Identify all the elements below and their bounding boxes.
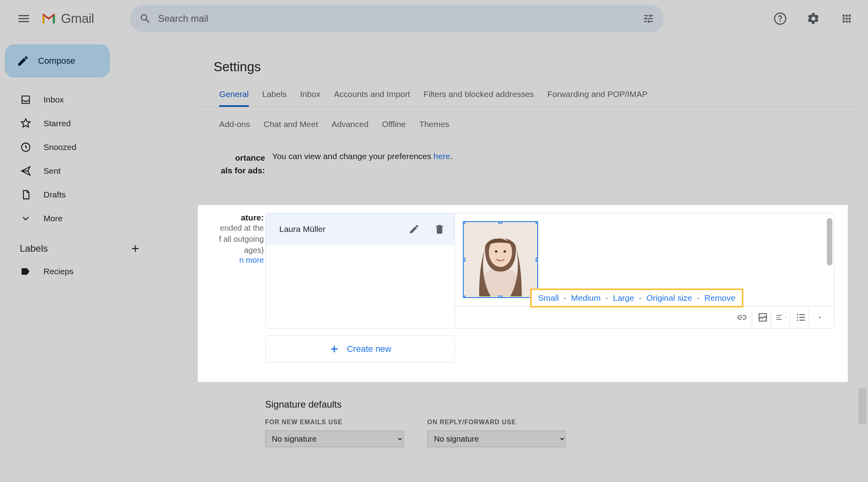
settings-panel: Settings General Labels Inbox Accounts a… [198, 47, 856, 177]
tab-labels[interactable]: Labels [262, 83, 287, 106]
search-icon [139, 13, 151, 25]
resize-handle[interactable] [498, 221, 502, 224]
sidebar-item-inbox[interactable]: Inbox [5, 88, 150, 112]
link-icon [736, 312, 747, 323]
caret-down-icon [785, 315, 788, 320]
resize-handle[interactable] [463, 296, 465, 298]
align-button[interactable] [771, 309, 788, 326]
sidebar-label-item[interactable]: Recieps [5, 260, 150, 283]
size-remove-link[interactable]: Remove [704, 293, 735, 303]
gear-icon [807, 12, 820, 25]
signature-list-item[interactable]: Laura Müller [266, 213, 455, 245]
nav-label: Drafts [44, 190, 66, 199]
file-icon [20, 189, 32, 201]
align-icon [775, 312, 783, 323]
defaults-reply-col: ON REPLY/FORWARD USE No signature [427, 419, 566, 447]
gmail-logo[interactable]: Gmail [40, 10, 94, 27]
resize-handle[interactable] [498, 296, 502, 298]
signature-item-actions [406, 221, 447, 237]
header-actions [768, 7, 859, 30]
hamburger-icon [17, 11, 31, 26]
resize-handle[interactable] [463, 221, 465, 224]
size-large-link[interactable]: Large [613, 293, 634, 303]
gmail-m-icon [40, 10, 57, 27]
tab-themes[interactable]: Themes [419, 113, 449, 135]
tab-addons[interactable]: Add-ons [219, 113, 250, 135]
importance-row: ortance als for ads: You can view and ch… [198, 152, 856, 177]
tab-accounts[interactable]: Accounts and Import [334, 83, 410, 106]
importance-desc-prefix: You can view and change your preferences [272, 152, 434, 161]
labels-title: Labels [20, 243, 48, 254]
sidebar-item-more[interactable]: More [5, 207, 150, 230]
search-options-icon[interactable] [642, 13, 654, 25]
more-formatting-button[interactable] [809, 309, 826, 326]
svg-point-4 [504, 250, 506, 252]
editor-scrollbar[interactable] [827, 218, 832, 266]
tab-general[interactable]: General [219, 83, 249, 107]
settings-title: Settings [198, 47, 856, 83]
caret-down-icon [817, 314, 823, 321]
image-size-options: Small - Medium - Large - Original size -… [530, 288, 743, 307]
labels-header: Labels [5, 237, 150, 260]
apps-button[interactable] [835, 7, 859, 30]
importance-label-1: ortance [235, 153, 265, 162]
signature-desc-3: ages) [198, 245, 264, 256]
pencil-icon [17, 55, 29, 67]
tab-inbox[interactable]: Inbox [300, 83, 320, 106]
sidebar-item-starred[interactable]: Starred [5, 112, 150, 135]
signature-name: Laura Müller [279, 224, 326, 234]
delete-signature-button[interactable] [432, 221, 447, 237]
sidebar-item-sent[interactable]: Sent [5, 159, 150, 183]
numbered-list-button[interactable] [790, 309, 807, 326]
main-menu-button[interactable] [9, 4, 38, 33]
add-label-button[interactable] [130, 243, 141, 254]
pencil-icon [409, 224, 420, 235]
defaults-new-label: FOR NEW EMAILS USE [265, 419, 404, 426]
importance-label-2: als for ads: [221, 166, 265, 175]
sidebar-item-drafts[interactable]: Drafts [5, 183, 150, 207]
signature-canvas[interactable]: Small - Medium - Large - Original size -… [455, 213, 834, 306]
clock-icon [20, 141, 32, 153]
settings-button[interactable] [802, 7, 825, 30]
page-scrollbar-thumb[interactable] [859, 388, 866, 424]
signature-section: ature: ended at the f all outgoing ages)… [198, 205, 848, 382]
help-icon [773, 12, 787, 25]
edit-signature-button[interactable] [406, 221, 422, 237]
support-button[interactable] [768, 7, 792, 30]
sep: - [605, 293, 608, 303]
signature-label-col: ature: ended at the f all outgoing ages)… [198, 213, 264, 328]
image-icon [757, 312, 768, 323]
tab-filters[interactable]: Filters and blocked addresses [424, 83, 534, 106]
signature-learn-more-link[interactable]: n more [198, 256, 264, 265]
tab-offline[interactable]: Offline [382, 113, 406, 135]
size-medium-link[interactable]: Medium [571, 293, 601, 303]
compose-button[interactable]: Compose [5, 44, 110, 78]
tab-chat[interactable]: Chat and Meet [263, 113, 318, 135]
defaults-new-select[interactable]: No signature [265, 431, 404, 447]
signature-list: Laura Müller [265, 213, 455, 328]
defaults-reply-select[interactable]: No signature [427, 431, 566, 447]
sep: - [564, 293, 567, 303]
insert-image-button[interactable] [752, 309, 769, 326]
size-original-link[interactable]: Original size [646, 293, 692, 303]
chevron-down-icon [20, 213, 32, 224]
importance-desc-suffix: . [450, 152, 453, 161]
size-small-link[interactable]: Small [538, 293, 559, 303]
search-bar[interactable] [130, 5, 664, 32]
defaults-new-col: FOR NEW EMAILS USE No signature [265, 419, 404, 447]
defaults-reply-label: ON REPLY/FORWARD USE [427, 419, 566, 426]
signature-image[interactable] [463, 221, 538, 298]
signature-desc-1: ended at the [198, 222, 264, 233]
search-input[interactable] [158, 13, 642, 24]
tab-advanced[interactable]: Advanced [332, 113, 368, 135]
svg-point-7 [797, 319, 798, 321]
create-new-signature-button[interactable]: Create new [265, 336, 455, 362]
avatar-portrait-icon [464, 221, 537, 297]
resize-handle[interactable] [536, 258, 538, 262]
tab-forwarding[interactable]: Forwarding and POP/IMAP [548, 83, 648, 106]
importance-here-link[interactable]: here [434, 152, 450, 161]
sidebar-item-snoozed[interactable]: Snoozed [5, 135, 150, 159]
insert-link-button[interactable] [733, 309, 750, 326]
resize-handle[interactable] [536, 221, 538, 224]
resize-handle[interactable] [463, 258, 465, 262]
